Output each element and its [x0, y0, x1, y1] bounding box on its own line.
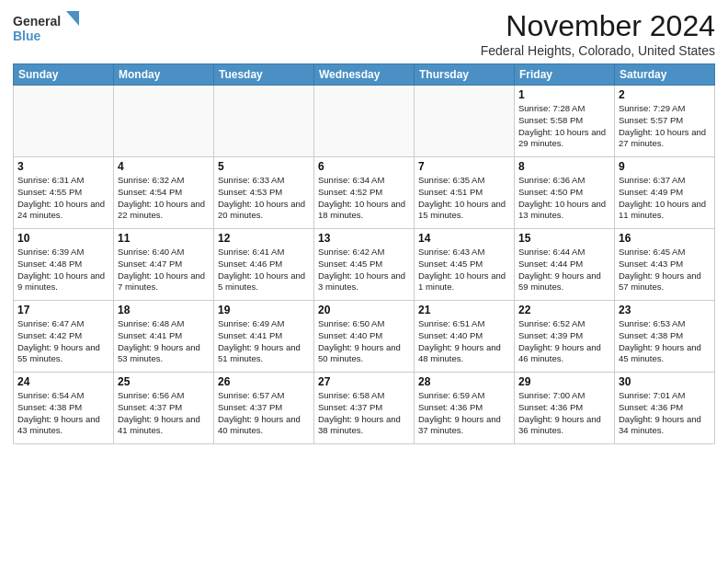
day-number: 5: [218, 160, 310, 173]
calendar-cell: 8Sunrise: 6:36 AMSunset: 4:50 PMDaylight…: [515, 157, 615, 229]
calendar-header-saturday: Saturday: [615, 64, 715, 86]
calendar-cell: 15Sunrise: 6:44 AMSunset: 4:44 PMDayligh…: [515, 229, 615, 301]
calendar-week-3: 17Sunrise: 6:47 AMSunset: 4:42 PMDayligh…: [14, 301, 715, 373]
day-number: 9: [619, 160, 711, 173]
day-number: 15: [518, 232, 610, 245]
calendar-cell: 13Sunrise: 6:42 AMSunset: 4:45 PMDayligh…: [314, 229, 415, 301]
calendar-cell: 26Sunrise: 6:57 AMSunset: 4:37 PMDayligh…: [214, 373, 314, 444]
calendar-cell: 28Sunrise: 6:59 AMSunset: 4:36 PMDayligh…: [415, 373, 515, 444]
calendar-cell: 16Sunrise: 6:45 AMSunset: 4:43 PMDayligh…: [615, 229, 715, 301]
calendar-cell: 19Sunrise: 6:49 AMSunset: 4:41 PMDayligh…: [214, 301, 314, 373]
page: General Blue November 2024 Federal Heigh…: [0, 0, 728, 563]
day-info: Sunrise: 6:35 AMSunset: 4:51 PMDaylight:…: [418, 175, 510, 222]
calendar-cell: 27Sunrise: 6:58 AMSunset: 4:37 PMDayligh…: [314, 373, 415, 444]
day-number: 1: [518, 88, 610, 101]
calendar-cell: 17Sunrise: 6:47 AMSunset: 4:42 PMDayligh…: [14, 301, 114, 373]
day-info: Sunrise: 7:28 AMSunset: 5:58 PMDaylight:…: [518, 103, 610, 150]
day-info: Sunrise: 6:54 AMSunset: 4:38 PMDaylight:…: [17, 390, 109, 437]
day-number: 6: [318, 160, 410, 173]
day-number: 14: [418, 232, 510, 245]
logo: General Blue: [13, 9, 86, 46]
calendar-header-friday: Friday: [515, 64, 615, 86]
title-area: November 2024 Federal Heights, Colorado,…: [481, 9, 715, 58]
calendar-header-thursday: Thursday: [415, 64, 515, 86]
day-number: 11: [118, 232, 210, 245]
day-info: Sunrise: 6:34 AMSunset: 4:52 PMDaylight:…: [318, 175, 410, 222]
calendar-cell: 24Sunrise: 6:54 AMSunset: 4:38 PMDayligh…: [14, 373, 114, 444]
calendar-cell: 14Sunrise: 6:43 AMSunset: 4:45 PMDayligh…: [415, 229, 515, 301]
day-number: 7: [418, 160, 510, 173]
day-info: Sunrise: 7:00 AMSunset: 4:36 PMDaylight:…: [518, 390, 610, 437]
svg-text:General: General: [13, 14, 61, 29]
day-number: 24: [17, 375, 109, 388]
day-info: Sunrise: 6:50 AMSunset: 4:40 PMDaylight:…: [318, 318, 410, 365]
calendar-cell: [114, 86, 214, 157]
calendar-cell: 11Sunrise: 6:40 AMSunset: 4:47 PMDayligh…: [114, 229, 214, 301]
day-number: 26: [218, 375, 310, 388]
day-info: Sunrise: 6:47 AMSunset: 4:42 PMDaylight:…: [17, 318, 109, 365]
calendar-cell: 1Sunrise: 7:28 AMSunset: 5:58 PMDaylight…: [515, 86, 615, 157]
calendar-cell: 10Sunrise: 6:39 AMSunset: 4:48 PMDayligh…: [14, 229, 114, 301]
day-number: 27: [318, 375, 410, 388]
svg-marker-1: [66, 11, 79, 26]
day-number: 19: [218, 304, 310, 316]
calendar-week-1: 3Sunrise: 6:31 AMSunset: 4:55 PMDaylight…: [14, 157, 715, 229]
day-number: 18: [118, 304, 210, 316]
day-info: Sunrise: 6:43 AMSunset: 4:45 PMDaylight:…: [418, 247, 510, 293]
calendar-cell: [314, 86, 415, 157]
calendar-cell: 29Sunrise: 7:00 AMSunset: 4:36 PMDayligh…: [515, 373, 615, 444]
day-info: Sunrise: 6:42 AMSunset: 4:45 PMDaylight:…: [318, 247, 410, 293]
day-number: 4: [118, 160, 210, 173]
calendar-header-tuesday: Tuesday: [214, 64, 314, 86]
day-number: 28: [418, 375, 510, 388]
day-number: 2: [619, 88, 711, 101]
calendar-cell: 2Sunrise: 7:29 AMSunset: 5:57 PMDaylight…: [615, 86, 715, 157]
calendar-header-sunday: Sunday: [14, 64, 114, 86]
day-number: 29: [518, 375, 610, 388]
day-info: Sunrise: 7:01 AMSunset: 4:36 PMDaylight:…: [619, 390, 711, 437]
day-number: 25: [118, 375, 210, 388]
day-number: 21: [418, 304, 510, 316]
day-number: 8: [518, 160, 610, 173]
calendar-cell: 22Sunrise: 6:52 AMSunset: 4:39 PMDayligh…: [515, 301, 615, 373]
day-info: Sunrise: 6:44 AMSunset: 4:44 PMDaylight:…: [518, 247, 610, 293]
day-number: 12: [218, 232, 310, 245]
day-number: 3: [17, 160, 109, 173]
calendar-week-2: 10Sunrise: 6:39 AMSunset: 4:48 PMDayligh…: [14, 229, 715, 301]
calendar-header-row: SundayMondayTuesdayWednesdayThursdayFrid…: [14, 64, 715, 86]
day-info: Sunrise: 6:37 AMSunset: 4:49 PMDaylight:…: [619, 175, 711, 222]
calendar-week-0: 1Sunrise: 7:28 AMSunset: 5:58 PMDaylight…: [14, 86, 715, 157]
calendar-cell: 3Sunrise: 6:31 AMSunset: 4:55 PMDaylight…: [14, 157, 114, 229]
calendar-cell: 23Sunrise: 6:53 AMSunset: 4:38 PMDayligh…: [615, 301, 715, 373]
calendar-cell: [14, 86, 114, 157]
day-number: 23: [619, 304, 711, 316]
day-info: Sunrise: 6:56 AMSunset: 4:37 PMDaylight:…: [118, 390, 210, 437]
calendar-cell: 5Sunrise: 6:33 AMSunset: 4:53 PMDaylight…: [214, 157, 314, 229]
day-info: Sunrise: 6:53 AMSunset: 4:38 PMDaylight:…: [619, 318, 711, 365]
calendar-header-wednesday: Wednesday: [314, 64, 415, 86]
calendar-cell: 4Sunrise: 6:32 AMSunset: 4:54 PMDaylight…: [114, 157, 214, 229]
day-info: Sunrise: 7:29 AMSunset: 5:57 PMDaylight:…: [619, 103, 711, 150]
location: Federal Heights, Colorado, United States: [481, 43, 715, 58]
day-info: Sunrise: 6:58 AMSunset: 4:37 PMDaylight:…: [318, 390, 410, 437]
calendar-cell: 12Sunrise: 6:41 AMSunset: 4:46 PMDayligh…: [214, 229, 314, 301]
day-number: 17: [17, 304, 109, 316]
day-info: Sunrise: 6:31 AMSunset: 4:55 PMDaylight:…: [17, 175, 109, 222]
day-info: Sunrise: 6:51 AMSunset: 4:40 PMDaylight:…: [418, 318, 510, 365]
calendar-cell: 9Sunrise: 6:37 AMSunset: 4:49 PMDaylight…: [615, 157, 715, 229]
calendar-header-monday: Monday: [114, 64, 214, 86]
svg-text:Blue: Blue: [13, 29, 41, 43]
day-info: Sunrise: 6:41 AMSunset: 4:46 PMDaylight:…: [218, 247, 310, 293]
day-number: 10: [17, 232, 109, 245]
day-info: Sunrise: 6:36 AMSunset: 4:50 PMDaylight:…: [518, 175, 610, 222]
day-info: Sunrise: 6:32 AMSunset: 4:54 PMDaylight:…: [118, 175, 210, 222]
calendar-cell: 7Sunrise: 6:35 AMSunset: 4:51 PMDaylight…: [415, 157, 515, 229]
calendar-cell: 18Sunrise: 6:48 AMSunset: 4:41 PMDayligh…: [114, 301, 214, 373]
day-number: 20: [318, 304, 410, 316]
calendar-cell: 6Sunrise: 6:34 AMSunset: 4:52 PMDaylight…: [314, 157, 415, 229]
calendar-cell: 21Sunrise: 6:51 AMSunset: 4:40 PMDayligh…: [415, 301, 515, 373]
day-info: Sunrise: 6:45 AMSunset: 4:43 PMDaylight:…: [619, 247, 711, 293]
day-info: Sunrise: 6:57 AMSunset: 4:37 PMDaylight:…: [218, 390, 310, 437]
day-number: 30: [619, 375, 711, 388]
day-info: Sunrise: 6:52 AMSunset: 4:39 PMDaylight:…: [518, 318, 610, 365]
